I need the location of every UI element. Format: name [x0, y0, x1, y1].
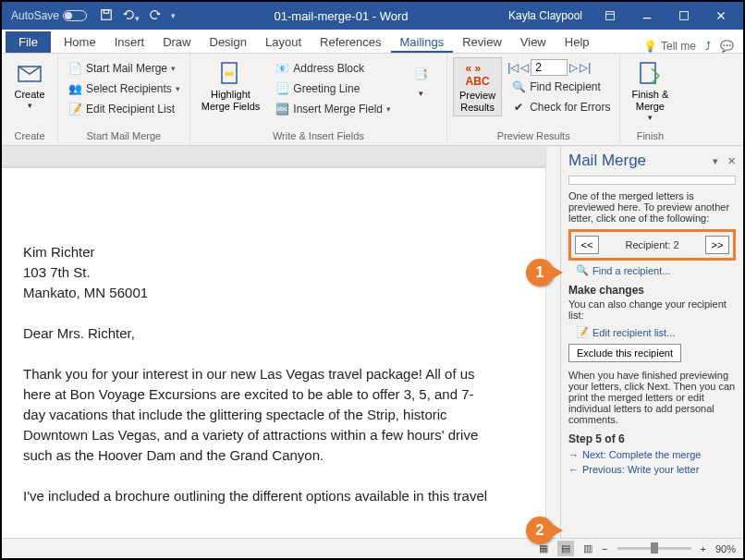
insert-merge-field-button[interactable]: 🔤Insert Merge Field▾ — [271, 100, 395, 118]
pane-dropdown[interactable] — [568, 176, 736, 185]
tell-me[interactable]: 💡 Tell me — [643, 40, 696, 53]
tab-mailings[interactable]: Mailings — [391, 31, 454, 53]
print-layout-icon[interactable]: ▤ — [557, 541, 574, 556]
qat-dropdown-icon[interactable]: ▾ — [171, 11, 176, 20]
ribbon-display-icon[interactable] — [592, 2, 629, 30]
zoom-level[interactable]: 90% — [715, 543, 736, 554]
autosave-toggle[interactable]: AutoSave — [6, 9, 92, 22]
tab-references[interactable]: References — [311, 31, 390, 53]
find-recipient-link[interactable]: 🔍 Find a recipient... — [576, 264, 736, 276]
create-envelopes-button[interactable]: Create ▾ — [7, 57, 52, 112]
greeting-icon: 📃 — [275, 81, 289, 96]
find-recipient-button[interactable]: 🔍Find Recipient — [507, 78, 614, 96]
arrow-right-icon: → — [568, 449, 579, 460]
preview-results-button[interactable]: « »ABC Preview Results — [453, 57, 502, 116]
body-para-2: I've included a brochure outlining the d… — [23, 486, 492, 506]
edit-recipient-list-button[interactable]: 📝Edit Recipient List — [64, 100, 184, 118]
mail-merge-pane: Mail Merge ▾ ✕ One of the merged letters… — [560, 146, 743, 538]
rules-icon: 📑 — [406, 59, 435, 89]
status-bar: ▦ ▤ ▥ − + 90% — [2, 538, 743, 558]
user-name[interactable]: Kayla Claypool — [499, 9, 592, 22]
prev-record-icon[interactable]: ◁ — [520, 61, 529, 74]
tab-design[interactable]: Design — [201, 31, 256, 53]
tab-layout[interactable]: Layout — [256, 31, 311, 53]
recipient-city: Mankato, MN 56001 — [23, 283, 492, 303]
group-finish: Finish & Merge ▾ Finish — [620, 54, 679, 145]
group-write-insert: Highlight Merge Fields 📧Address Block 📃G… — [190, 54, 447, 145]
web-layout-icon[interactable]: ▥ — [583, 542, 592, 554]
greeting-line: Dear Mrs. Richter, — [23, 323, 492, 344]
ribbon-tabs: File Home Insert Draw Design Layout Refe… — [2, 30, 743, 54]
greeting-line-button[interactable]: 📃Greeting Line — [271, 79, 395, 98]
record-navigation: |◁ ◁ ▷ ▷| — [507, 59, 614, 76]
pane-title: Mail Merge — [568, 152, 713, 170]
tab-review[interactable]: Review — [453, 31, 511, 53]
pane-header: Mail Merge ▾ ✕ — [561, 146, 743, 176]
check-errors-button[interactable]: ✔Check for Errors — [507, 98, 614, 116]
svg-rect-3 — [680, 12, 689, 20]
group-preview-results: « »ABC Preview Results |◁ ◁ ▷ ▷| 🔍Find R… — [447, 54, 620, 145]
document-page[interactable]: Kim Richter 103 7th St. Mankato, MN 5600… — [2, 168, 547, 538]
redo-icon[interactable] — [149, 8, 162, 24]
undo-icon[interactable]: ▾ — [122, 8, 140, 24]
quick-access-toolbar: ▾ ▾ — [92, 8, 183, 24]
body-para-1: Thank you for your interest in our new L… — [23, 364, 492, 466]
edit-recipient-list-link[interactable]: 📝 Edit recipient list... — [576, 326, 736, 338]
last-record-icon[interactable]: ▷| — [580, 61, 591, 74]
start-mail-merge-button[interactable]: 📄Start Mail Merge▾ — [64, 59, 184, 78]
tab-help[interactable]: Help — [556, 31, 599, 53]
envelope-icon — [15, 59, 44, 89]
pane-body: One of the merged letters is previewed h… — [561, 189, 743, 538]
tab-insert[interactable]: Insert — [105, 31, 154, 53]
pane-close-icon[interactable]: ✕ — [718, 155, 736, 167]
tab-home[interactable]: Home — [55, 31, 105, 53]
recipient-name: Kim Richter — [23, 242, 492, 262]
autosave-label: AutoSave — [11, 9, 59, 22]
tab-draw[interactable]: Draw — [153, 31, 200, 53]
finish-merge-button[interactable]: Finish & Merge ▾ — [626, 57, 674, 124]
title-bar: AutoSave ▾ ▾ 01-mail-merge-01 - Word Kay… — [2, 2, 743, 30]
select-recipients-button[interactable]: 👥Select Recipients▾ — [64, 79, 184, 98]
arrow-left-icon: ← — [568, 464, 579, 475]
rules-button[interactable]: 📑 ▾ — [400, 57, 441, 100]
vertical-scrollbar[interactable] — [545, 146, 560, 538]
comments-icon[interactable]: 💬 — [720, 40, 734, 53]
svg-rect-2 — [606, 12, 615, 20]
save-icon[interactable] — [100, 8, 113, 24]
recipient-navigator: << Recipient: 2 >> — [568, 229, 736, 261]
next-recipient-button[interactable]: >> — [705, 236, 729, 254]
prev-recipient-button[interactable]: << — [575, 236, 599, 254]
prev-step-link[interactable]: ← Previous: Write your letter — [568, 464, 736, 475]
preview-hint: One of the merged letters is previewed h… — [568, 190, 736, 224]
zoom-in-icon[interactable]: + — [701, 543, 706, 554]
highlight-icon — [216, 59, 246, 89]
minimize-icon[interactable] — [629, 2, 666, 30]
mail-merge-icon: 📄 — [67, 61, 82, 76]
maximize-icon[interactable] — [666, 2, 702, 30]
edit-icon: 📝 — [576, 326, 589, 338]
close-icon[interactable] — [702, 2, 739, 30]
document-area: Kim Richter 103 7th St. Mankato, MN 5600… — [2, 146, 743, 538]
exclude-recipient-button[interactable]: Exclude this recipient — [568, 344, 681, 362]
tab-view[interactable]: View — [511, 31, 556, 53]
address-icon: 📧 — [275, 61, 289, 76]
after-hint: When you have finished previewing your l… — [568, 370, 736, 425]
address-block-button[interactable]: 📧Address Block — [271, 59, 395, 78]
toggle-off-icon — [63, 10, 87, 21]
share-icon[interactable]: ⤴ — [705, 40, 711, 53]
tab-file[interactable]: File — [6, 31, 51, 53]
record-input[interactable] — [531, 59, 568, 76]
zoom-out-icon[interactable]: − — [602, 543, 607, 554]
insert-field-icon: 🔤 — [275, 102, 289, 116]
step-label: Step 5 of 6 — [568, 432, 736, 445]
next-step-link[interactable]: → Next: Complete the merge — [568, 449, 736, 460]
highlight-merge-fields-button[interactable]: Highlight Merge Fields — [196, 57, 266, 115]
next-record-icon[interactable]: ▷ — [569, 61, 578, 74]
lightbulb-icon: 💡 — [643, 40, 657, 53]
window-controls — [592, 2, 739, 30]
edit-list-icon: 📝 — [67, 102, 82, 116]
first-record-icon[interactable]: |◁ — [507, 61, 519, 74]
find-icon: 🔍 — [511, 79, 526, 94]
recipient-street: 103 7th St. — [23, 262, 492, 283]
zoom-slider[interactable] — [617, 547, 691, 550]
